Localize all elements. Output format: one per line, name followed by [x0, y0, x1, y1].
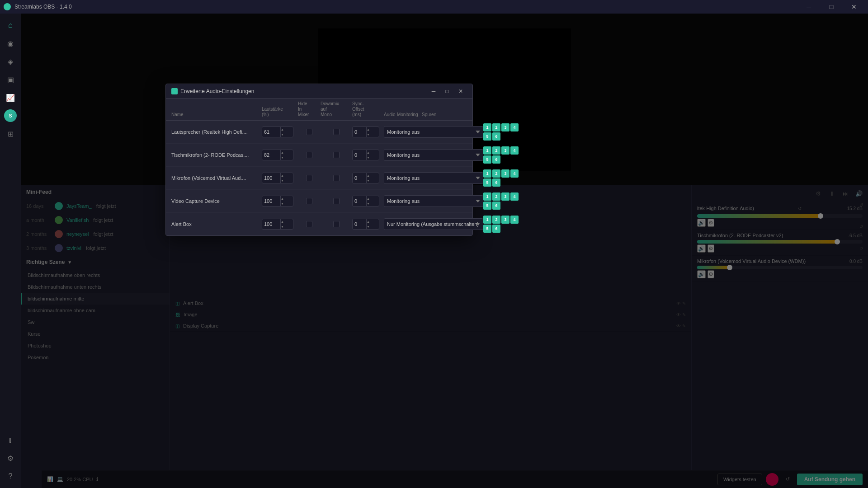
sync-down-arrow[interactable]: ▼ [367, 178, 370, 183]
track-4-button[interactable]: 4 [510, 169, 519, 178]
modal-close-button[interactable]: ✕ [454, 86, 467, 97]
track-1-button[interactable]: 1 [483, 169, 491, 178]
track-1-button[interactable]: 1 [483, 192, 491, 201]
sync-control[interactable]: ▲ ▼ [352, 196, 379, 206]
hide-checkbox[interactable] [306, 175, 312, 181]
downmix-checkbox[interactable] [333, 198, 340, 204]
track-1-button[interactable]: 1 [483, 216, 491, 224]
sidebar-item-equalizer[interactable]: ⫿ [2, 432, 19, 448]
monitoring-select[interactable]: Monitoring aus Nur Monitoring (Ausgabe s… [384, 172, 483, 184]
sync-input[interactable] [353, 221, 366, 227]
monitoring-select[interactable]: Monitoring aus Nur Monitoring (Ausgabe s… [384, 218, 483, 230]
hide-checkbox[interactable] [306, 129, 312, 135]
sync-up-arrow[interactable]: ▲ [367, 196, 370, 201]
track-6-button[interactable]: 6 [492, 202, 500, 210]
close-button[interactable]: ✕ [844, 0, 864, 14]
sync-up-arrow[interactable]: ▲ [367, 127, 370, 132]
downmix-checkbox[interactable] [333, 221, 340, 227]
sync-down-arrow[interactable]: ▼ [367, 155, 370, 160]
modal-maximize-button[interactable]: □ [441, 86, 453, 97]
track-4-button[interactable]: 4 [510, 123, 519, 131]
track-5-button[interactable]: 5 [483, 225, 491, 233]
hide-checkbox[interactable] [306, 152, 312, 158]
sync-up-arrow[interactable]: ▲ [367, 173, 370, 178]
vol-down-arrow[interactable]: ▼ [281, 201, 284, 206]
track-2-button[interactable]: 2 [492, 169, 500, 178]
sidebar-item-alerts[interactable]: ◉ [2, 35, 19, 52]
track-3-button[interactable]: 3 [501, 123, 509, 131]
volume-control[interactable]: ▲ ▼ [262, 196, 293, 206]
sidebar-item-themes[interactable]: ▣ [2, 71, 19, 88]
sync-control[interactable]: ▲ ▼ [352, 173, 379, 183]
vol-up-arrow[interactable]: ▲ [281, 173, 284, 178]
track-2-button[interactable]: 2 [492, 216, 500, 224]
sync-down-arrow[interactable]: ▼ [367, 132, 370, 137]
volume-control[interactable]: ▲ ▼ [262, 173, 293, 183]
track-5-button[interactable]: 5 [483, 132, 491, 141]
track-2-button[interactable]: 2 [492, 192, 500, 201]
track-2-button[interactable]: 2 [492, 123, 500, 131]
sidebar-item-widgets[interactable]: ◈ [2, 53, 19, 70]
monitoring-select[interactable]: Monitoring aus Nur Monitoring (Ausgabe s… [384, 126, 483, 138]
sync-control[interactable]: ▲ ▼ [352, 150, 379, 160]
sync-input[interactable] [353, 198, 366, 204]
hide-checkbox[interactable] [306, 198, 312, 204]
maximize-button[interactable]: □ [821, 0, 842, 14]
sidebar-item-stats[interactable]: 📈 [2, 89, 19, 106]
monitoring-select[interactable]: Monitoring aus Nur Monitoring (Ausgabe s… [384, 195, 483, 207]
vol-up-arrow[interactable]: ▲ [281, 127, 284, 132]
track-3-button[interactable]: 3 [501, 192, 509, 201]
vol-down-arrow[interactable]: ▼ [281, 178, 284, 183]
sync-down-arrow[interactable]: ▼ [367, 224, 370, 229]
sidebar-item-avatar[interactable]: S [2, 108, 19, 124]
sync-up-arrow[interactable]: ▲ [367, 219, 370, 224]
volume-input[interactable] [262, 152, 280, 158]
sync-input[interactable] [353, 175, 366, 181]
track-4-button[interactable]: 4 [510, 146, 519, 155]
vol-down-arrow[interactable]: ▼ [281, 155, 284, 160]
sidebar-item-home[interactable]: ⌂ [2, 17, 19, 33]
sync-control[interactable]: ▲ ▼ [352, 219, 379, 230]
vol-up-arrow[interactable]: ▲ [281, 150, 284, 155]
monitoring-select[interactable]: Monitoring aus Nur Monitoring (Ausgabe s… [384, 149, 483, 161]
volume-control[interactable]: ▲ ▼ [262, 127, 293, 137]
vol-up-arrow[interactable]: ▲ [281, 196, 284, 201]
track-6-button[interactable]: 6 [492, 225, 500, 233]
volume-control[interactable]: ▲ ▼ [262, 150, 293, 160]
track-2-button[interactable]: 2 [492, 146, 500, 155]
sync-input[interactable] [353, 129, 366, 135]
sync-input[interactable] [353, 152, 366, 158]
hide-checkbox[interactable] [306, 221, 312, 227]
track-3-button[interactable]: 3 [501, 169, 509, 178]
downmix-checkbox[interactable] [333, 129, 340, 135]
track-1-button[interactable]: 1 [483, 123, 491, 131]
vol-down-arrow[interactable]: ▼ [281, 224, 284, 229]
track-1-button[interactable]: 1 [483, 146, 491, 155]
volume-control[interactable]: ▲ ▼ [262, 219, 293, 230]
track-3-button[interactable]: 3 [501, 146, 509, 155]
vol-up-arrow[interactable]: ▲ [281, 219, 284, 224]
modal-minimize-button[interactable]: ─ [427, 86, 440, 97]
track-6-button[interactable]: 6 [492, 132, 500, 141]
track-5-button[interactable]: 5 [483, 178, 491, 187]
volume-input[interactable] [262, 129, 280, 135]
downmix-checkbox[interactable] [333, 152, 340, 158]
sidebar-item-apps[interactable]: ⊞ [2, 126, 19, 142]
track-3-button[interactable]: 3 [501, 216, 509, 224]
sidebar-item-help[interactable]: ? [2, 468, 19, 484]
downmix-checkbox[interactable] [333, 175, 340, 181]
volume-input[interactable] [262, 221, 280, 227]
track-5-button[interactable]: 5 [483, 155, 491, 164]
sync-control[interactable]: ▲ ▼ [352, 127, 379, 137]
sidebar-item-settings[interactable]: ⚙ [2, 450, 19, 466]
vol-down-arrow[interactable]: ▼ [281, 132, 284, 137]
track-5-button[interactable]: 5 [483, 202, 491, 210]
sync-up-arrow[interactable]: ▲ [367, 150, 370, 155]
track-6-button[interactable]: 6 [492, 155, 500, 164]
volume-input[interactable] [262, 198, 280, 204]
volume-input[interactable] [262, 175, 280, 181]
track-4-button[interactable]: 4 [510, 216, 519, 224]
minimize-button[interactable]: ─ [798, 0, 819, 14]
sync-down-arrow[interactable]: ▼ [367, 201, 370, 206]
track-6-button[interactable]: 6 [492, 178, 500, 187]
